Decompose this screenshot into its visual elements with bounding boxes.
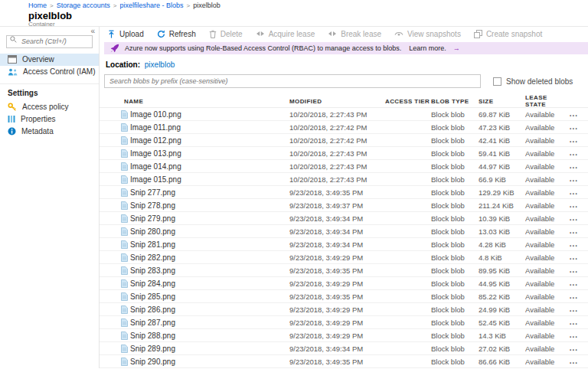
sidebar-item-access-policy[interactable]: Access policy — [0, 101, 99, 113]
blob-prefix-search-input[interactable] — [104, 74, 481, 88]
blob-lease-state: Available — [525, 201, 568, 210]
blob-name: Snip 280.png — [130, 227, 289, 236]
row-menu-button[interactable]: ... — [568, 190, 588, 194]
blob-name: Snip 285.png — [130, 292, 289, 301]
table-row[interactable]: Snip 281.png 9/23/2018, 3:49:34 PM Block… — [100, 238, 588, 251]
blob-modified: 9/23/2018, 3:49:29 PM — [289, 331, 385, 340]
table-row[interactable]: Snip 287.png 9/23/2018, 3:49:29 PM Block… — [100, 316, 588, 329]
breadcrumb-current: pixelblob — [193, 2, 220, 9]
table-row[interactable]: Snip 285.png 9/23/2018, 3:49:35 PM Block… — [100, 290, 588, 303]
blob-type: Block blob — [431, 123, 479, 132]
table-row[interactable]: Snip 283.png 9/23/2018, 3:49:35 PM Block… — [100, 264, 588, 277]
row-menu-button[interactable]: ... — [568, 255, 588, 260]
table-row[interactable]: Snip 290.png 9/23/2018, 3:49:35 PM Block… — [100, 355, 588, 368]
table-row[interactable]: Snip 278.png 9/23/2018, 3:49:37 PM Block… — [100, 199, 588, 212]
blob-type: Block blob — [431, 240, 479, 249]
blob-modified: 9/23/2018, 3:49:35 PM — [289, 188, 385, 197]
table-row[interactable]: Snip 282.png 9/23/2018, 3:49:29 PM Block… — [100, 251, 588, 264]
breadcrumb-home-link[interactable]: Home — [28, 2, 47, 9]
blob-modified: 9/23/2018, 3:49:29 PM — [289, 305, 385, 314]
row-menu-button[interactable]: ... — [568, 151, 588, 155]
blob-file-icon — [118, 149, 130, 158]
breadcrumb-storage-accounts-link[interactable]: Storage accounts — [57, 2, 110, 9]
blob-file-icon — [118, 227, 130, 236]
blob-size: 86.66 KiB — [479, 358, 525, 366]
table-row[interactable]: Snip 279.png 9/23/2018, 3:49:34 PM Block… — [100, 212, 588, 225]
table-row[interactable]: Snip 284.png 9/23/2018, 3:49:29 PM Block… — [100, 277, 588, 290]
table-row[interactable]: Image 012.png 10/20/2018, 2:27:42 PM Blo… — [100, 134, 588, 147]
sidebar-item-metadata[interactable]: Metadata — [0, 126, 99, 138]
location-container-link[interactable]: pixelblob — [145, 60, 175, 69]
table-row[interactable]: Image 014.png 10/20/2018, 2:27:43 PM Blo… — [100, 160, 588, 173]
column-header-blob-type: BLOB TYPE — [431, 98, 479, 105]
table-row[interactable]: Snip 288.png 9/23/2018, 3:49:29 PM Block… — [100, 329, 588, 342]
blob-name: Image 015.png — [130, 175, 289, 184]
row-menu-button[interactable]: ... — [568, 359, 588, 364]
row-menu-button[interactable]: ... — [568, 216, 588, 220]
breadcrumb-blobs-link[interactable]: pixelfileshare - Blobs — [119, 2, 183, 9]
row-menu-button[interactable]: ... — [568, 333, 588, 338]
row-menu-button[interactable]: ... — [568, 320, 588, 325]
row-menu-button[interactable]: ... — [568, 281, 588, 286]
sidebar-item-properties[interactable]: Properties — [0, 113, 99, 126]
blob-type: Block blob — [431, 214, 479, 223]
row-menu-button[interactable]: ... — [568, 138, 588, 142]
create-snapshot-button: Create snapshot — [474, 30, 542, 38]
row-menu-button[interactable]: ... — [568, 346, 588, 351]
table-row[interactable]: Snip 277.png 9/23/2018, 3:49:35 PM Block… — [100, 186, 588, 199]
blob-name: Snip 286.png — [130, 305, 289, 314]
blob-type: Block blob — [431, 188, 479, 197]
blob-table-body: Image 010.png 10/20/2018, 2:27:43 PM Blo… — [100, 108, 588, 368]
blob-size: 27.02 KiB — [479, 345, 525, 353]
row-menu-button[interactable]: ... — [568, 164, 588, 168]
table-row[interactable]: Image 010.png 10/20/2018, 2:27:43 PM Blo… — [100, 108, 588, 121]
blob-size: 59.41 KiB — [479, 149, 525, 158]
blob-type: Block blob — [431, 331, 479, 340]
row-menu-button[interactable]: ... — [568, 242, 588, 247]
refresh-button[interactable]: Refresh — [157, 30, 196, 38]
blob-file-icon — [118, 292, 130, 301]
blob-file-icon — [118, 358, 130, 366]
row-menu-button[interactable]: ... — [568, 177, 588, 181]
blob-file-icon — [118, 318, 130, 327]
blob-name: Snip 281.png — [130, 240, 289, 249]
sidebar-search-input[interactable] — [6, 35, 93, 48]
sidebar-item-overview[interactable]: Overview — [0, 54, 99, 66]
upload-button[interactable]: Upload — [107, 30, 144, 38]
row-menu-button[interactable]: ... — [568, 307, 588, 312]
blob-file-icon — [118, 253, 130, 262]
row-menu-button[interactable]: ... — [568, 229, 588, 233]
blob-type: Block blob — [431, 175, 479, 184]
acquire-lease-button: Acquire lease — [256, 30, 315, 38]
blob-size: 42.41 KiB — [479, 136, 525, 145]
row-menu-button[interactable]: ... — [568, 268, 588, 273]
sidebar-item-access-control[interactable]: Access Control (IAM) — [0, 66, 99, 78]
blob-lease-state: Available — [525, 149, 568, 158]
info-icon — [8, 127, 16, 136]
blob-file-icon — [118, 188, 130, 197]
blob-lease-state: Available — [525, 358, 568, 366]
table-row[interactable]: Snip 280.png 9/23/2018, 3:49:34 PM Block… — [100, 225, 588, 238]
blob-size: 129.29 KiB — [479, 188, 525, 197]
blob-name: Snip 277.png — [130, 188, 289, 197]
row-menu-button[interactable]: ... — [568, 125, 588, 129]
blob-lease-state: Available — [525, 110, 568, 119]
location-row: Location: pixelblob — [100, 54, 588, 73]
sidebar-search — [6, 33, 93, 48]
blob-size: 44.97 KiB — [479, 162, 525, 171]
blob-modified: 10/20/2018, 2:27:43 PM — [289, 149, 385, 158]
banner-learn-more-link[interactable]: Learn more. — [409, 44, 446, 52]
show-deleted-checkbox[interactable] — [493, 77, 501, 86]
row-menu-button[interactable]: ... — [568, 294, 588, 299]
row-menu-button[interactable]: ... — [568, 112, 588, 116]
table-row[interactable]: Image 015.png 10/20/2018, 2:27:43 PM Blo… — [100, 173, 588, 186]
row-menu-button[interactable]: ... — [568, 203, 588, 207]
blob-lease-state: Available — [525, 279, 568, 288]
blob-type: Block blob — [431, 162, 479, 171]
table-row[interactable]: Snip 289.png 9/23/2018, 3:49:34 PM Block… — [100, 342, 588, 355]
table-row[interactable]: Image 011.png 10/20/2018, 2:27:42 PM Blo… — [100, 121, 588, 134]
copy-icon — [474, 30, 482, 38]
table-row[interactable]: Image 013.png 10/20/2018, 2:27:43 PM Blo… — [100, 147, 588, 160]
show-deleted-blobs-toggle[interactable]: Show deleted blobs — [493, 77, 573, 86]
table-row[interactable]: Snip 286.png 9/23/2018, 3:49:29 PM Block… — [100, 303, 588, 316]
